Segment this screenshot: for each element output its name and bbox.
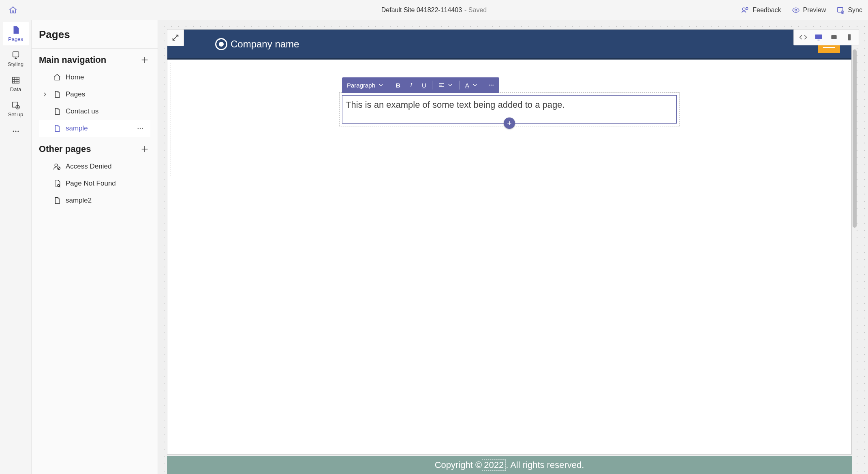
rail-data[interactable]: Data: [3, 72, 29, 96]
footer-year[interactable]: 2022: [482, 459, 506, 471]
preview-label: Preview: [803, 6, 826, 14]
company-logo-icon: [215, 38, 227, 50]
nav-item-pages[interactable]: Pages: [39, 86, 150, 103]
other-item-sample2[interactable]: sample2: [39, 192, 150, 209]
page-body-region[interactable]: Paragraph B I U: [171, 63, 848, 176]
user-denied-icon: [53, 162, 62, 171]
content-section[interactable]: Paragraph B I U: [339, 92, 680, 126]
svg-point-14: [142, 128, 143, 129]
site-title-wrap: Default Site 041822-114403 - Saved: [381, 6, 487, 14]
page-preview-frame: Company name Paragraph B I U: [167, 29, 852, 455]
canvas-scrollbar[interactable]: [853, 29, 857, 474]
svg-rect-6: [12, 77, 19, 83]
page-icon: [53, 107, 62, 116]
sync-icon: [836, 6, 844, 14]
svg-point-0: [743, 8, 746, 11]
svg-rect-21: [848, 34, 851, 41]
desktop-view-button[interactable]: [812, 31, 825, 43]
toolbar-more-button[interactable]: [483, 77, 499, 93]
canvas-resize-handle[interactable]: [167, 29, 184, 46]
svg-point-10: [15, 131, 16, 132]
pages-icon: [11, 26, 20, 34]
nav-item-contact[interactable]: Contact us: [39, 103, 150, 120]
nav-item-sample[interactable]: sample: [39, 120, 150, 137]
svg-point-1: [746, 7, 748, 9]
italic-button[interactable]: I: [405, 77, 417, 93]
svg-point-9: [13, 131, 14, 132]
item-more-button[interactable]: [134, 122, 146, 135]
feedback-icon: [741, 6, 749, 14]
other-item-access-denied[interactable]: Access Denied: [39, 158, 150, 175]
add-other-page-button[interactable]: [139, 143, 150, 155]
ellipsis-icon: [488, 82, 494, 88]
svg-rect-20: [831, 35, 836, 39]
svg-point-24: [492, 85, 494, 86]
chevron-down-icon: [447, 82, 453, 88]
svg-point-23: [490, 85, 492, 86]
site-title: Default Site 041822-114403: [381, 6, 462, 14]
save-status: - Saved: [464, 6, 487, 14]
svg-point-22: [489, 85, 490, 86]
add-component-button[interactable]: [504, 117, 515, 129]
rail-styling[interactable]: Styling: [3, 47, 29, 70]
feedback-button[interactable]: Feedback: [741, 6, 781, 14]
code-view-button[interactable]: [796, 31, 810, 43]
home-button[interactable]: [6, 3, 20, 17]
rich-text-toolbar: Paragraph B I U: [342, 77, 499, 93]
preview-icon: [792, 6, 800, 14]
mobile-icon: [845, 33, 853, 41]
font-format-dropdown[interactable]: A: [460, 77, 483, 93]
tablet-view-button[interactable]: [827, 31, 841, 43]
page-icon: [53, 196, 62, 205]
other-pages-heading: Other pages: [39, 144, 91, 154]
text-editor[interactable]: This is an example of some text being ad…: [342, 95, 677, 124]
topbar-actions: Feedback Preview Sync: [741, 6, 862, 14]
rail-more[interactable]: [3, 123, 29, 139]
plus-icon: [140, 56, 149, 64]
svg-point-2: [795, 9, 797, 11]
other-item-label: sample2: [66, 196, 92, 205]
nav-item-home[interactable]: Home: [39, 69, 150, 86]
underline-button[interactable]: U: [417, 77, 431, 93]
left-rail: Pages Styling Data Set up: [0, 20, 32, 474]
tablet-icon: [830, 33, 838, 41]
rail-setup[interactable]: Set up: [3, 97, 29, 121]
rail-pages[interactable]: Pages: [3, 22, 29, 45]
sync-label: Sync: [848, 6, 862, 14]
sync-button[interactable]: Sync: [836, 6, 862, 14]
align-dropdown[interactable]: [433, 77, 458, 93]
main-nav-section: Main navigation Home Pages: [32, 49, 158, 138]
resize-icon: [171, 33, 180, 42]
site-header: Company name: [167, 30, 851, 60]
svg-rect-19: [818, 40, 820, 41]
chevron-right-icon[interactable]: [41, 90, 49, 99]
footer-prefix: Copyright ©: [435, 460, 482, 470]
svg-point-11: [17, 131, 19, 132]
scrollbar-thumb[interactable]: [853, 49, 857, 228]
other-pages-section: Other pages Access Denied Page Not Found: [32, 138, 158, 210]
styling-icon: [11, 51, 20, 60]
setup-icon: [11, 101, 20, 110]
add-main-nav-page-button[interactable]: [139, 54, 150, 66]
home-icon: [9, 6, 17, 15]
home-icon: [53, 73, 62, 82]
mobile-view-button[interactable]: [842, 31, 856, 43]
svg-rect-3: [838, 7, 843, 12]
page-icon: [53, 90, 62, 99]
nav-item-label: Pages: [66, 90, 85, 98]
bold-button[interactable]: B: [391, 77, 405, 93]
desktop-icon: [815, 33, 823, 41]
ellipsis-icon: [12, 127, 20, 135]
format-style-dropdown[interactable]: Paragraph: [342, 77, 389, 93]
preview-button[interactable]: Preview: [792, 6, 826, 14]
design-canvas[interactable]: Company name Paragraph B I U: [158, 20, 868, 474]
rail-pages-label: Pages: [8, 36, 23, 42]
other-item-not-found[interactable]: Page Not Found: [39, 175, 150, 192]
viewport-toolbar: [793, 29, 859, 45]
rail-setup-label: Set up: [8, 111, 24, 117]
chevron-down-icon: [472, 82, 478, 88]
svg-point-15: [55, 164, 58, 167]
svg-rect-7: [12, 102, 17, 107]
ellipsis-icon: [137, 125, 144, 132]
rail-data-label: Data: [10, 86, 21, 92]
